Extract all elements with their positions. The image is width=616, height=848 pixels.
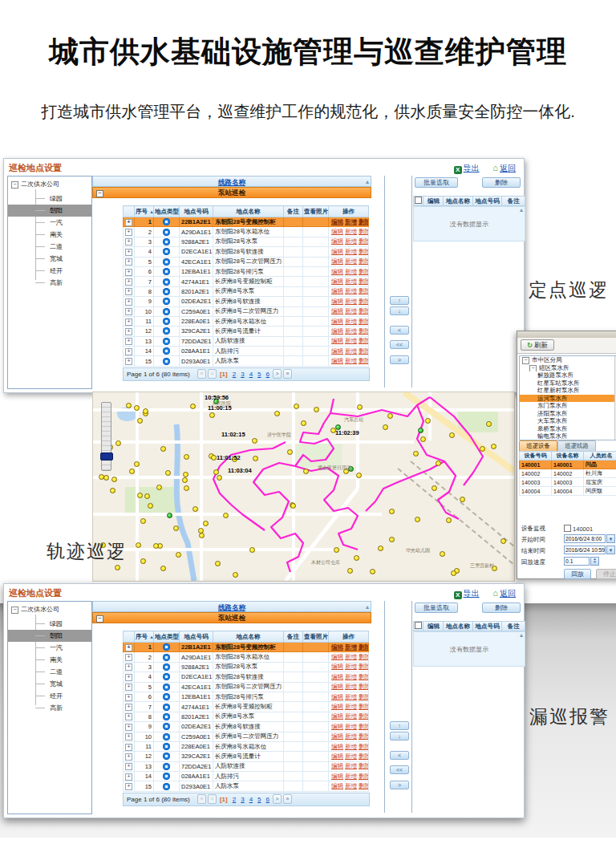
tree-root-node[interactable]: −二次供水公司 [11,605,59,614]
poi-marker[interactable] [383,424,388,430]
route-name-header[interactable]: 线路名称 [218,178,245,186]
point-row-10[interactable]: +10C259A0E1长庆南8号二次管网压力编辑新增删除 [124,306,369,316]
point-row-11[interactable]: +11228EA0E1长庆南8号水箱水位编辑新增删除 [124,316,369,326]
op-link-删除[interactable]: 删除 [359,643,369,651]
tree-collapse-icon[interactable]: − [529,365,537,372]
row-expand-icon[interactable]: + [125,654,132,661]
column-header-3[interactable]: 地点名称 [213,206,284,217]
op-link-编辑[interactable]: 编辑 [331,337,343,344]
point-row-15[interactable]: +15D293A0E1人防水泵编辑新增删除 [124,356,369,366]
point-row-9[interactable]: +902DEA2E1长庆南8号软连接编辑新增删除 [124,297,369,306]
point-row-10[interactable]: +10C259A0E1长庆南8号二次管网压力编辑新增删除 [124,732,369,741]
point-row-3[interactable]: +39288A2E1东朝阳28号水泵编辑新增删除 [124,662,369,672]
op-link-编辑[interactable]: 编辑 [331,327,343,335]
point-row-15[interactable]: +15D293A0E1人防水泵编辑新增删除 [124,781,369,791]
column-header-1[interactable]: 地点类型 [154,206,180,217]
op-link-删除[interactable]: 删除 [359,723,369,730]
map-zoom-slider[interactable] [101,402,111,471]
op-link-编辑[interactable]: 编辑 [331,357,343,364]
poi-marker[interactable] [190,404,196,409]
row-expand-icon[interactable]: + [125,258,132,266]
point-row-13[interactable]: +1372DDA2E1人防软连接编辑新增删除 [124,336,369,346]
poi-marker[interactable] [415,517,420,522]
poi-marker[interactable] [129,469,135,474]
row-expand-icon[interactable]: + [125,763,132,770]
pager-last-button[interactable]: » [283,794,292,804]
row-expand-icon[interactable]: + [125,348,132,355]
op-link-删除[interactable]: 删除 [359,753,369,760]
tree-item-高新[interactable]: 高新 [8,277,91,289]
row-expand-icon[interactable]: + [125,278,132,286]
row-expand-icon[interactable]: + [125,733,132,740]
pager-page-6[interactable]: 6 [266,371,270,378]
tree-item-南关[interactable]: 南关 [8,229,91,241]
collapse-icon[interactable]: − [96,190,103,197]
tree-item-二道[interactable]: 二道 [8,666,91,678]
poi-marker[interactable] [436,461,441,466]
pager-next-button[interactable]: > [273,794,282,804]
pager-page-3[interactable]: 3 [241,796,244,803]
op-link-删除[interactable]: 删除 [359,743,369,750]
poi-marker[interactable] [217,475,222,481]
column-header-1[interactable]: 地点类型 [154,631,180,643]
transfer-button-1[interactable]: ↓ [390,732,409,740]
op-link-删除[interactable]: 删除 [359,318,369,325]
op-link-新增[interactable]: 新增 [345,278,357,285]
station-item-运河泵水所[interactable]: 运河泵水所 [520,395,616,403]
column-header-4[interactable]: 备注 [284,631,303,643]
op-link-编辑[interactable]: 编辑 [331,703,343,710]
op-link-新增[interactable]: 新增 [345,248,357,255]
op-link-新增[interactable]: 新增 [345,237,357,245]
tree-item-经开[interactable]: 经开 [8,265,91,277]
column-header-0[interactable]: 序号▲ [135,206,154,217]
back-link[interactable]: ⌂返回 [492,164,516,172]
op-link-编辑[interactable]: 编辑 [331,753,343,760]
poi-marker[interactable] [198,528,204,534]
op-link-删除[interactable]: 删除 [359,287,369,294]
op-link-编辑[interactable]: 编辑 [331,762,343,769]
op-link-编辑[interactable]: 编辑 [331,782,343,789]
transfer-button-2[interactable]: < [390,751,409,760]
scroll-up-icon[interactable]: ▴ [520,207,523,213]
row-expand-icon[interactable]: + [125,684,132,691]
point-row-4[interactable]: +4D2ECA1E1东朝阳28号软连接编辑新增删除 [124,672,369,682]
station-item-红星新村泵水所[interactable]: 红星新村泵水所 [520,387,616,395]
op-link-编辑[interactable]: 编辑 [331,683,343,690]
op-link-编辑[interactable]: 编辑 [331,643,343,651]
poi-marker[interactable] [389,537,395,542]
poi-marker[interactable] [449,432,455,438]
op-link-新增[interactable]: 新增 [345,258,357,265]
row-expand-icon[interactable]: + [125,713,132,720]
op-link-新增[interactable]: 新增 [345,327,357,335]
speed-spinner[interactable]: ▲▼ [590,557,599,566]
scroll-up-icon[interactable]: ▴ [520,632,523,639]
op-link-新增[interactable]: 新增 [345,743,357,750]
column-header-6[interactable]: 操作 [329,206,369,217]
op-link-编辑[interactable]: 编辑 [331,218,343,225]
poi-marker[interactable] [480,446,485,452]
row-expand-icon[interactable]: + [125,298,132,306]
row-expand-icon[interactable]: + [125,269,132,276]
op-link-删除[interactable]: 删除 [359,248,369,255]
patrol-position-marker[interactable] [418,428,424,433]
op-link-删除[interactable]: 删除 [359,693,369,700]
op-link-编辑[interactable]: 编辑 [331,307,343,314]
op-link-删除[interactable]: 删除 [359,337,369,344]
tree-collapse-icon[interactable]: − [522,357,529,364]
point-row-1[interactable]: +122B1A2E1东朝阳28号变频控制柜编辑新增删除 [124,643,369,652]
point-row-1[interactable]: +122B1A2E1东朝阳28号变频控制柜编辑新增删除 [124,217,369,227]
poi-marker[interactable] [334,547,339,553]
row-expand-icon[interactable]: + [125,328,132,335]
pager-page-3[interactable]: 3 [241,371,244,378]
op-link-删除[interactable]: 删除 [359,762,369,769]
column-header-4[interactable]: 备注 [284,206,303,217]
row-expand-icon[interactable]: + [125,694,132,701]
tree-item-朝阳[interactable]: 朝阳 [8,630,91,642]
column-header-5[interactable]: 查看照片 [303,206,329,217]
row-expand-icon[interactable]: + [125,238,132,245]
point-row-6[interactable]: +612EBA1E1东朝阳28号排污泵编辑新增删除 [124,266,369,276]
op-link-新增[interactable]: 新增 [345,732,357,740]
poi-marker[interactable] [223,513,229,518]
tree-item-二道[interactable]: 二道 [8,241,91,253]
poi-marker[interactable] [233,572,238,578]
